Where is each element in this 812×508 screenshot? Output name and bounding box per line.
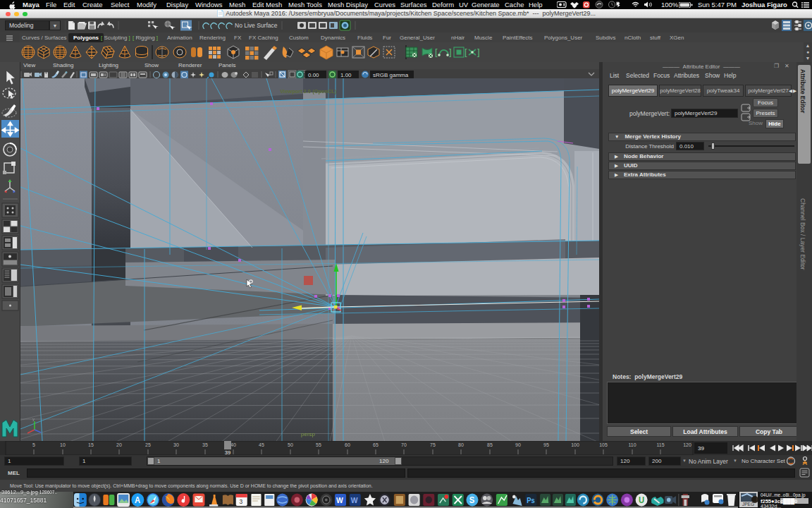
svg-text:70: 70 [401,442,407,447]
svg-text:80: 80 [458,442,464,447]
svg-text:[: [ [435,47,438,57]
svg-text:persp: persp [301,431,316,437]
svg-text:0.00: 0.00 [308,72,319,78]
svg-text:39: 39 [225,449,230,456]
svg-text:JPEG: JPEG [742,502,754,507]
svg-text:y: y [32,417,35,421]
svg-text:55: 55 [316,442,321,447]
svg-text:45: 45 [259,442,264,447]
svg-text:Ps: Ps [527,497,535,504]
svg-text:S: S [469,495,475,504]
svg-text:50: 50 [288,442,293,447]
svg-text:39: 39 [698,445,704,452]
svg-text:]: ] [449,47,452,57]
svg-text:A: A [135,495,141,504]
svg-text:110: 110 [628,442,636,447]
svg-text:90: 90 [515,442,521,447]
svg-text:3: 3 [239,498,242,505]
svg-text:35: 35 [202,442,208,447]
svg-text:W: W [351,496,359,504]
svg-text:43432d...: 43432d... [761,504,781,508]
svg-text:10: 10 [60,442,66,447]
svg-text:W: W [336,496,344,504]
svg-text:100: 100 [571,442,579,447]
svg-text:75: 75 [430,442,436,447]
svg-text:85: 85 [487,442,493,447]
svg-text:15: 15 [88,442,94,447]
svg-text:40: 40 [230,442,236,447]
svg-text:sRGB gamma: sRGB gamma [373,72,409,78]
svg-text:Viewport 2.0 (OpenCL): Viewport 2.0 (OpenCL) [280,88,337,95]
svg-text:[: [ [465,47,467,57]
svg-text:1.00: 1.00 [340,72,352,78]
svg-text:No Live Surface: No Live Surface [235,22,278,29]
svg-text:25: 25 [145,442,151,447]
svg-text:20: 20 [116,442,122,447]
svg-text:04U//..me..o8i...0pa.jp: 04U//..me..o8i...0pa.jp [761,492,806,498]
svg-text:30: 30 [173,442,179,447]
svg-text:60: 60 [345,442,350,447]
svg-text:105: 105 [599,442,608,447]
svg-text:115: 115 [656,442,664,447]
svg-text:120: 120 [683,442,691,447]
svg-text:65: 65 [373,442,379,447]
svg-text:5: 5 [32,442,35,447]
svg-text:95: 95 [543,442,549,447]
svg-text:]: ] [477,47,480,57]
svg-text:U: U [639,495,644,504]
